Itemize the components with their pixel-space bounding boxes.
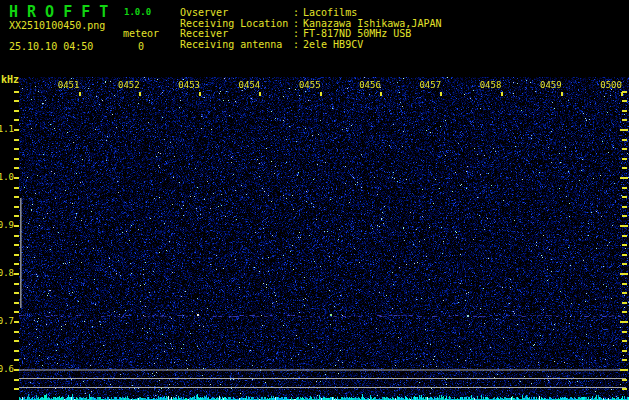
axis-tick <box>14 273 19 275</box>
axis-tick <box>380 92 382 97</box>
axis-tick <box>622 331 627 333</box>
axis-tick <box>622 244 627 246</box>
axis-tick <box>622 100 627 102</box>
freq-label-1.1: 1.1 <box>0 124 14 134</box>
axis-tick <box>622 359 627 361</box>
info-value-antenna: 2ele HB9CV <box>303 39 363 50</box>
time-label-0453: 0453 <box>177 80 201 90</box>
axis-tick <box>622 379 627 381</box>
axis-tick <box>622 311 627 313</box>
axis-tick <box>622 119 627 121</box>
axis-tick <box>14 206 19 208</box>
info-sep: : <box>293 39 299 50</box>
info-value-observer: Lacofilms <box>303 7 357 18</box>
axis-tick <box>14 196 19 198</box>
axis-tick <box>14 283 19 285</box>
axis-tick <box>622 167 627 169</box>
time-label-0456: 0456 <box>358 80 382 90</box>
axis-tick <box>14 359 19 361</box>
info-value-receiver: FT-817ND 50MHz USB <box>303 28 411 39</box>
axis-tick <box>622 139 627 141</box>
time-label-0500: 0500 <box>599 80 623 90</box>
info-label-receiver: Receiver <box>180 28 228 39</box>
freq-label-1.0: 1.0 <box>0 172 14 182</box>
freq-label-0.8: 0.8 <box>0 268 14 278</box>
time-label-0457: 0457 <box>418 80 442 90</box>
axis-tick <box>139 92 141 97</box>
axis-tick <box>14 379 19 381</box>
axis-tick <box>14 388 19 390</box>
axis-tick <box>14 187 19 189</box>
time-label-0452: 0452 <box>117 80 141 90</box>
axis-tick <box>14 110 19 112</box>
axis-tick <box>14 302 19 304</box>
axis-tick <box>14 292 19 294</box>
axis-tick <box>14 158 19 160</box>
axis-tick <box>14 321 19 323</box>
observation-datetime: 25.10.10 04:50 <box>9 41 93 52</box>
axis-tick <box>622 350 627 352</box>
axis-tick <box>14 263 19 265</box>
time-label-0454: 0454 <box>237 80 261 90</box>
axis-tick <box>14 254 19 256</box>
time-label-0451: 0451 <box>57 80 81 90</box>
axis-tick <box>14 148 19 150</box>
axis-tick <box>14 91 19 93</box>
axis-tick <box>622 158 627 160</box>
freq-label-0.6: 0.6 <box>0 364 14 374</box>
info-sep: : <box>293 7 299 18</box>
axis-tick <box>14 139 19 141</box>
axis-tick <box>14 311 19 313</box>
app-version: 1.0.0 <box>124 7 151 17</box>
info-label-observer: Ovserver <box>180 7 228 18</box>
axis-tick <box>501 92 503 97</box>
hrofft-screen: H R O F F T 1.0.0 XX2510100450.png meteo… <box>0 0 629 400</box>
axis-tick <box>14 167 19 169</box>
freq-label-0.7: 0.7 <box>0 316 14 326</box>
axis-tick <box>14 331 19 333</box>
axis-tick <box>620 369 628 371</box>
axis-tick <box>620 225 628 227</box>
axis-tick <box>622 292 627 294</box>
axis-tick <box>620 321 628 323</box>
meteor-count: 0 <box>138 41 144 52</box>
spectrogram-canvas <box>19 77 629 400</box>
app-title: H R O F F T <box>9 3 108 21</box>
axis-tick <box>259 92 261 97</box>
axis-tick <box>14 244 19 246</box>
axis-tick <box>622 340 627 342</box>
info-label-antenna: Receiving antenna <box>180 39 282 50</box>
axis-tick <box>622 263 627 265</box>
freq-axis-unit-label: kHz <box>1 74 19 85</box>
time-label-0459: 0459 <box>539 80 563 90</box>
axis-tick <box>79 92 81 97</box>
axis-tick <box>620 177 628 179</box>
axis-tick <box>14 100 19 102</box>
axis-tick <box>622 187 627 189</box>
axis-tick <box>622 196 627 198</box>
mode-label: meteor <box>123 28 159 39</box>
axis-tick <box>440 92 442 97</box>
axis-tick <box>14 177 19 179</box>
axis-tick <box>622 388 627 390</box>
axis-tick <box>620 273 628 275</box>
axis-tick <box>14 225 19 227</box>
axis-tick <box>14 129 19 131</box>
axis-tick <box>621 92 623 97</box>
axis-tick <box>622 110 627 112</box>
freq-label-0.9: 0.9 <box>0 220 14 230</box>
axis-tick <box>622 206 627 208</box>
axis-tick <box>14 119 19 121</box>
info-sep: : <box>293 28 299 39</box>
time-label-0455: 0455 <box>298 80 322 90</box>
axis-tick <box>622 254 627 256</box>
axis-tick <box>14 369 19 371</box>
axis-tick <box>622 235 627 237</box>
output-filename: XX2510100450.png <box>9 20 105 31</box>
axis-tick <box>620 129 628 131</box>
axis-tick <box>622 215 627 217</box>
axis-tick <box>622 302 627 304</box>
axis-tick <box>14 235 19 237</box>
axis-tick <box>14 215 19 217</box>
axis-tick <box>622 283 627 285</box>
